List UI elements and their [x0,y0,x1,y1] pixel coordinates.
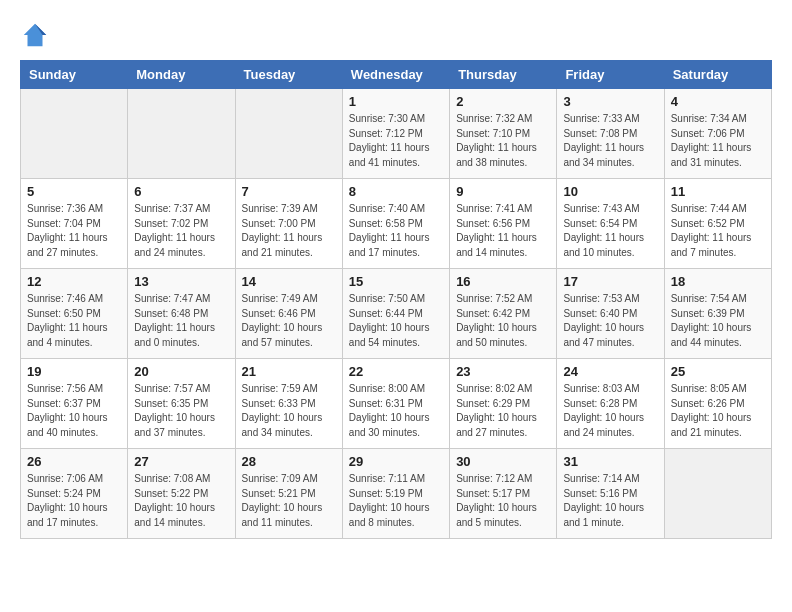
day-number: 24 [563,364,657,379]
day-info: Sunrise: 7:56 AM Sunset: 6:37 PM Dayligh… [27,382,121,440]
day-number: 30 [456,454,550,469]
day-number: 19 [27,364,121,379]
day-info: Sunrise: 7:09 AM Sunset: 5:21 PM Dayligh… [242,472,336,530]
calendar-cell: 26Sunrise: 7:06 AM Sunset: 5:24 PM Dayli… [21,449,128,539]
calendar-cell: 3Sunrise: 7:33 AM Sunset: 7:08 PM Daylig… [557,89,664,179]
header-day-friday: Friday [557,61,664,89]
calendar-cell: 2Sunrise: 7:32 AM Sunset: 7:10 PM Daylig… [450,89,557,179]
day-number: 3 [563,94,657,109]
calendar-table: SundayMondayTuesdayWednesdayThursdayFrid… [20,60,772,539]
calendar-cell: 18Sunrise: 7:54 AM Sunset: 6:39 PM Dayli… [664,269,771,359]
day-info: Sunrise: 7:36 AM Sunset: 7:04 PM Dayligh… [27,202,121,260]
calendar-cell: 23Sunrise: 8:02 AM Sunset: 6:29 PM Dayli… [450,359,557,449]
calendar-cell: 30Sunrise: 7:12 AM Sunset: 5:17 PM Dayli… [450,449,557,539]
calendar-cell: 12Sunrise: 7:46 AM Sunset: 6:50 PM Dayli… [21,269,128,359]
day-info: Sunrise: 8:05 AM Sunset: 6:26 PM Dayligh… [671,382,765,440]
day-info: Sunrise: 7:34 AM Sunset: 7:06 PM Dayligh… [671,112,765,170]
day-info: Sunrise: 7:06 AM Sunset: 5:24 PM Dayligh… [27,472,121,530]
day-info: Sunrise: 7:54 AM Sunset: 6:39 PM Dayligh… [671,292,765,350]
day-number: 23 [456,364,550,379]
day-number: 22 [349,364,443,379]
day-info: Sunrise: 7:41 AM Sunset: 6:56 PM Dayligh… [456,202,550,260]
day-info: Sunrise: 7:40 AM Sunset: 6:58 PM Dayligh… [349,202,443,260]
day-info: Sunrise: 7:53 AM Sunset: 6:40 PM Dayligh… [563,292,657,350]
day-info: Sunrise: 7:59 AM Sunset: 6:33 PM Dayligh… [242,382,336,440]
calendar-cell: 10Sunrise: 7:43 AM Sunset: 6:54 PM Dayli… [557,179,664,269]
day-info: Sunrise: 7:57 AM Sunset: 6:35 PM Dayligh… [134,382,228,440]
day-number: 29 [349,454,443,469]
day-info: Sunrise: 7:32 AM Sunset: 7:10 PM Dayligh… [456,112,550,170]
day-number: 14 [242,274,336,289]
calendar-cell: 15Sunrise: 7:50 AM Sunset: 6:44 PM Dayli… [342,269,449,359]
day-info: Sunrise: 7:50 AM Sunset: 6:44 PM Dayligh… [349,292,443,350]
calendar-cell: 4Sunrise: 7:34 AM Sunset: 7:06 PM Daylig… [664,89,771,179]
day-number: 20 [134,364,228,379]
day-number: 15 [349,274,443,289]
calendar-cell [664,449,771,539]
day-number: 28 [242,454,336,469]
calendar-cell: 6Sunrise: 7:37 AM Sunset: 7:02 PM Daylig… [128,179,235,269]
calendar-cell: 8Sunrise: 7:40 AM Sunset: 6:58 PM Daylig… [342,179,449,269]
header-day-thursday: Thursday [450,61,557,89]
day-number: 6 [134,184,228,199]
day-info: Sunrise: 8:02 AM Sunset: 6:29 PM Dayligh… [456,382,550,440]
calendar-cell: 28Sunrise: 7:09 AM Sunset: 5:21 PM Dayli… [235,449,342,539]
calendar-cell: 25Sunrise: 8:05 AM Sunset: 6:26 PM Dayli… [664,359,771,449]
day-info: Sunrise: 7:47 AM Sunset: 6:48 PM Dayligh… [134,292,228,350]
calendar-cell: 22Sunrise: 8:00 AM Sunset: 6:31 PM Dayli… [342,359,449,449]
calendar-header: SundayMondayTuesdayWednesdayThursdayFrid… [21,61,772,89]
page-header [20,20,772,50]
calendar-cell: 27Sunrise: 7:08 AM Sunset: 5:22 PM Dayli… [128,449,235,539]
day-info: Sunrise: 7:52 AM Sunset: 6:42 PM Dayligh… [456,292,550,350]
week-row-4: 19Sunrise: 7:56 AM Sunset: 6:37 PM Dayli… [21,359,772,449]
header-day-monday: Monday [128,61,235,89]
header-day-tuesday: Tuesday [235,61,342,89]
header-day-saturday: Saturday [664,61,771,89]
day-info: Sunrise: 7:11 AM Sunset: 5:19 PM Dayligh… [349,472,443,530]
week-row-3: 12Sunrise: 7:46 AM Sunset: 6:50 PM Dayli… [21,269,772,359]
day-number: 27 [134,454,228,469]
calendar-body: 1Sunrise: 7:30 AM Sunset: 7:12 PM Daylig… [21,89,772,539]
calendar-cell: 21Sunrise: 7:59 AM Sunset: 6:33 PM Dayli… [235,359,342,449]
calendar-cell: 11Sunrise: 7:44 AM Sunset: 6:52 PM Dayli… [664,179,771,269]
calendar-cell [21,89,128,179]
calendar-cell: 31Sunrise: 7:14 AM Sunset: 5:16 PM Dayli… [557,449,664,539]
week-row-1: 1Sunrise: 7:30 AM Sunset: 7:12 PM Daylig… [21,89,772,179]
day-number: 12 [27,274,121,289]
calendar-cell: 5Sunrise: 7:36 AM Sunset: 7:04 PM Daylig… [21,179,128,269]
calendar-cell: 19Sunrise: 7:56 AM Sunset: 6:37 PM Dayli… [21,359,128,449]
calendar-cell: 13Sunrise: 7:47 AM Sunset: 6:48 PM Dayli… [128,269,235,359]
day-info: Sunrise: 7:37 AM Sunset: 7:02 PM Dayligh… [134,202,228,260]
day-number: 7 [242,184,336,199]
day-info: Sunrise: 7:08 AM Sunset: 5:22 PM Dayligh… [134,472,228,530]
calendar-cell: 16Sunrise: 7:52 AM Sunset: 6:42 PM Dayli… [450,269,557,359]
day-number: 16 [456,274,550,289]
header-day-sunday: Sunday [21,61,128,89]
calendar-cell: 9Sunrise: 7:41 AM Sunset: 6:56 PM Daylig… [450,179,557,269]
day-info: Sunrise: 7:49 AM Sunset: 6:46 PM Dayligh… [242,292,336,350]
day-number: 4 [671,94,765,109]
day-number: 2 [456,94,550,109]
day-number: 8 [349,184,443,199]
calendar-cell: 24Sunrise: 8:03 AM Sunset: 6:28 PM Dayli… [557,359,664,449]
day-info: Sunrise: 7:43 AM Sunset: 6:54 PM Dayligh… [563,202,657,260]
day-number: 13 [134,274,228,289]
calendar-cell: 20Sunrise: 7:57 AM Sunset: 6:35 PM Dayli… [128,359,235,449]
day-number: 31 [563,454,657,469]
day-info: Sunrise: 7:30 AM Sunset: 7:12 PM Dayligh… [349,112,443,170]
week-row-2: 5Sunrise: 7:36 AM Sunset: 7:04 PM Daylig… [21,179,772,269]
header-row: SundayMondayTuesdayWednesdayThursdayFrid… [21,61,772,89]
day-number: 18 [671,274,765,289]
day-number: 10 [563,184,657,199]
calendar-cell [128,89,235,179]
day-info: Sunrise: 7:14 AM Sunset: 5:16 PM Dayligh… [563,472,657,530]
header-day-wednesday: Wednesday [342,61,449,89]
day-info: Sunrise: 7:33 AM Sunset: 7:08 PM Dayligh… [563,112,657,170]
day-info: Sunrise: 8:00 AM Sunset: 6:31 PM Dayligh… [349,382,443,440]
day-number: 26 [27,454,121,469]
day-number: 25 [671,364,765,379]
day-info: Sunrise: 7:39 AM Sunset: 7:00 PM Dayligh… [242,202,336,260]
day-info: Sunrise: 7:46 AM Sunset: 6:50 PM Dayligh… [27,292,121,350]
calendar-cell [235,89,342,179]
calendar-cell: 7Sunrise: 7:39 AM Sunset: 7:00 PM Daylig… [235,179,342,269]
